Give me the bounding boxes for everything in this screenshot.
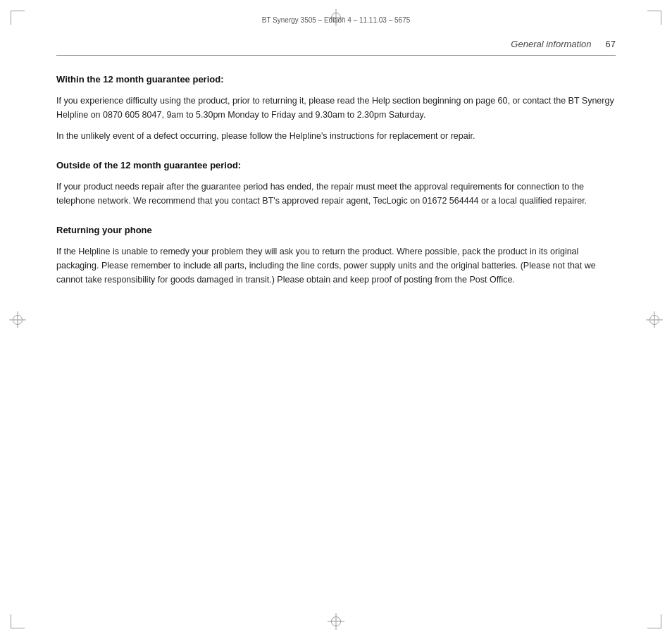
section-returning-phone: Returning your phone If the Helpline is … [56, 223, 616, 287]
section-outside-guarantee-heading: Outside of the 12 month guarantee period… [56, 159, 616, 173]
returning-phone-para-1: If the Helpline is unable to remedy your… [56, 244, 616, 287]
reg-circle-bottom [331, 616, 341, 626]
within-guarantee-para-1: If you experience difficulty using the p… [56, 94, 616, 122]
reg-mark-bottom-right [647, 614, 661, 628]
page-title-row: General information 67 [56, 39, 616, 56]
section-outside-guarantee: Outside of the 12 month guarantee period… [56, 159, 616, 208]
reg-circle-left [13, 315, 23, 325]
page: BT Synergy 3505 – Edition 4 – 11.11.03 –… [0, 0, 672, 639]
section-within-guarantee-heading: Within the 12 month guarantee period: [56, 73, 616, 87]
page-header-bar: BT Synergy 3505 – Edition 4 – 11.11.03 –… [0, 13, 672, 25]
within-guarantee-para-2: In the unlikely event of a defect occurr… [56, 129, 616, 143]
outside-guarantee-para-1: If your product needs repair after the g… [56, 180, 616, 208]
header-text: BT Synergy 3505 – Edition 4 – 11.11.03 –… [262, 16, 411, 24]
section-returning-phone-heading: Returning your phone [56, 223, 616, 237]
section-outside-guarantee-body: If your product needs repair after the g… [56, 180, 616, 208]
section-title: General information [511, 39, 591, 49]
reg-circle-right [649, 315, 659, 325]
section-returning-phone-body: If the Helpline is unable to remedy your… [56, 244, 616, 287]
page-number: 67 [606, 39, 616, 49]
article-body: Within the 12 month guarantee period: If… [56, 73, 616, 287]
reg-mark-bottom-left [11, 614, 25, 628]
content-area: General information 67 Within the 12 mon… [56, 39, 616, 597]
section-within-guarantee: Within the 12 month guarantee period: If… [56, 73, 616, 143]
section-within-guarantee-body: If you experience difficulty using the p… [56, 94, 616, 143]
